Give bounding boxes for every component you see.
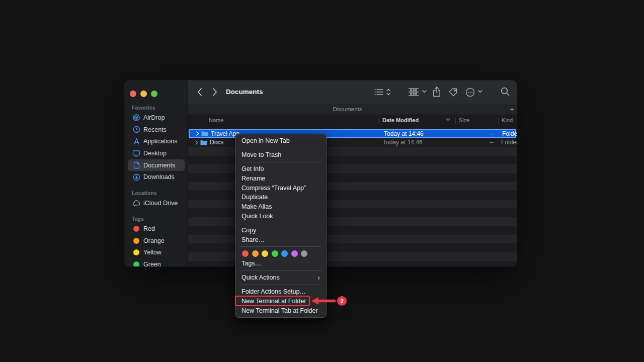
menu-item-label: Tags…: [242, 260, 261, 267]
tag-swatch-orange[interactable]: [252, 250, 259, 257]
sidebar-item-tag-red[interactable]: Red: [128, 223, 185, 235]
window-controls: [130, 90, 157, 97]
menu-item-folder-actions-setup[interactable]: Folder Actions Setup…: [235, 287, 326, 297]
menu-item-label: Share…: [242, 236, 265, 243]
menu-item-share[interactable]: Share…: [235, 235, 326, 244]
folder-icon: [200, 140, 207, 145]
menu-item-label: Make Alias: [242, 203, 272, 210]
view-updown-chevron-icon[interactable]: [386, 88, 391, 96]
menu-item-new-terminal-tab-at-folder[interactable]: New Terminal Tab at Folder: [235, 306, 326, 315]
sidebar-item-label: Desktop: [143, 150, 167, 157]
sidebar-section-locations: Locations iCloud Drive: [125, 190, 188, 209]
zoom-button[interactable]: [151, 90, 157, 97]
sidebar-item-recents[interactable]: Recents: [128, 124, 185, 136]
tag-icon[interactable]: [449, 88, 457, 97]
menu-item-label: Open in New Tab: [242, 137, 290, 144]
disclosure-chevron-icon[interactable]: [196, 131, 199, 136]
annotation-step-badge: 2: [337, 296, 347, 306]
tag-yellow-icon: [131, 249, 141, 255]
search-icon[interactable]: [501, 87, 510, 96]
more-chevron-down-icon[interactable]: [478, 90, 482, 93]
menu-item-new-terminal-at-folder[interactable]: New Terminal at Folder 2: [235, 296, 326, 306]
column-header-row: Name Date Modified Size Kind: [188, 115, 517, 126]
menu-item-compress[interactable]: Compress “Travel App”: [235, 183, 326, 193]
sort-chevron-down-icon: [446, 118, 450, 121]
menu-separator: [240, 223, 321, 223]
column-header-kind[interactable]: Kind: [502, 117, 513, 123]
menu-item-label: Rename: [242, 175, 265, 182]
sidebar-item-label: Orange: [143, 237, 165, 244]
sidebar-item-label: Recents: [143, 126, 167, 133]
minimize-button[interactable]: [140, 90, 147, 97]
group-icon[interactable]: [408, 88, 419, 96]
section-label: Favorites: [125, 105, 188, 112]
forward-icon[interactable]: [212, 87, 218, 97]
menu-item-move-to-trash[interactable]: Move to Trash: [235, 150, 326, 160]
sidebar-item-label: AirDrop: [143, 114, 165, 121]
menu-item-duplicate[interactable]: Duplicate: [235, 193, 326, 202]
menu-item-label: Move to Trash: [242, 151, 281, 158]
document-icon: [131, 161, 141, 169]
sidebar-item-label: Green: [143, 261, 161, 266]
menu-item-label: Folder Actions Setup…: [242, 288, 306, 295]
menu-item-label: Duplicate: [242, 194, 268, 201]
back-icon[interactable]: [197, 87, 203, 97]
file-kind: Folder: [502, 130, 517, 137]
tag-swatch-gray[interactable]: [301, 250, 307, 257]
sidebar-item-label: Yellow: [143, 249, 162, 256]
menu-item-open-in-new-tab[interactable]: Open in New Tab: [235, 136, 326, 146]
sidebar-item-applications[interactable]: Applications: [128, 135, 185, 147]
sidebar-item-label: Red: [143, 225, 155, 232]
file-date-modified: Today at 14:46: [384, 130, 424, 137]
menu-item-copy[interactable]: Copy: [235, 225, 326, 235]
context-menu: Open in New Tab Move to Trash Get Info R…: [235, 134, 327, 318]
column-divider[interactable]: [455, 118, 456, 124]
tag-swatch-blue[interactable]: [281, 250, 288, 257]
sidebar-section-tags: Tags Red Orange Yellow Green: [125, 216, 188, 266]
tag-swatch-yellow[interactable]: [262, 250, 268, 257]
column-header-size[interactable]: Size: [459, 117, 469, 123]
tab-bar: Documents +: [188, 104, 517, 115]
sidebar-item-tag-orange[interactable]: Orange: [128, 235, 185, 247]
tag-swatch-purple[interactable]: [291, 250, 298, 257]
menu-item-quick-look[interactable]: Quick Look: [235, 212, 326, 221]
tab-documents[interactable]: Documents: [188, 104, 507, 115]
more-icon[interactable]: [465, 87, 475, 97]
column-divider[interactable]: [378, 118, 379, 124]
sidebar-item-icloud-drive[interactable]: iCloud Drive: [128, 197, 185, 209]
group-chevron-down-icon[interactable]: [422, 90, 427, 93]
tag-swatch-green[interactable]: [272, 250, 278, 257]
sidebar-item-airdrop[interactable]: AirDrop: [128, 112, 185, 124]
file-date-modified: Today at 14:46: [383, 138, 423, 147]
sidebar-item-documents[interactable]: Documents: [128, 159, 185, 171]
column-divider[interactable]: [498, 118, 499, 124]
menu-item-label: Copy: [242, 227, 256, 234]
share-icon[interactable]: [433, 86, 441, 97]
view-list-icon[interactable]: [374, 88, 383, 96]
tag-swatch-row: [235, 249, 326, 259]
sidebar-item-desktop[interactable]: Desktop: [128, 147, 185, 159]
applications-icon: [131, 138, 141, 145]
tag-swatch-red[interactable]: [242, 250, 249, 257]
menu-item-get-info[interactable]: Get Info: [235, 164, 326, 174]
menu-item-quick-actions[interactable]: Quick Actions ›: [235, 273, 326, 283]
submenu-chevron-right-icon: ›: [317, 275, 320, 280]
new-tab-button[interactable]: +: [507, 104, 517, 115]
sidebar-item-downloads[interactable]: Downloads: [128, 171, 185, 183]
section-label: Locations: [125, 190, 188, 197]
menu-item-label: Quick Look: [242, 213, 273, 220]
folder-icon: [201, 131, 208, 136]
sidebar-item-label: Applications: [143, 138, 177, 145]
sidebar-item-tag-yellow[interactable]: Yellow: [128, 246, 185, 258]
menu-separator: [240, 148, 321, 148]
tag-orange-icon: [131, 238, 141, 244]
column-header-name[interactable]: Name: [209, 117, 223, 123]
close-button[interactable]: [130, 90, 136, 97]
sidebar-item-tag-green[interactable]: Green: [128, 258, 185, 266]
menu-item-rename[interactable]: Rename: [235, 173, 326, 183]
column-header-date-modified[interactable]: Date Modified: [382, 117, 419, 123]
menu-item-tags[interactable]: Tags…: [235, 259, 326, 268]
desktop: Favorites AirDrop Recents: [0, 0, 644, 362]
disclosure-chevron-icon[interactable]: [195, 140, 198, 145]
menu-item-make-alias[interactable]: Make Alias: [235, 202, 326, 212]
